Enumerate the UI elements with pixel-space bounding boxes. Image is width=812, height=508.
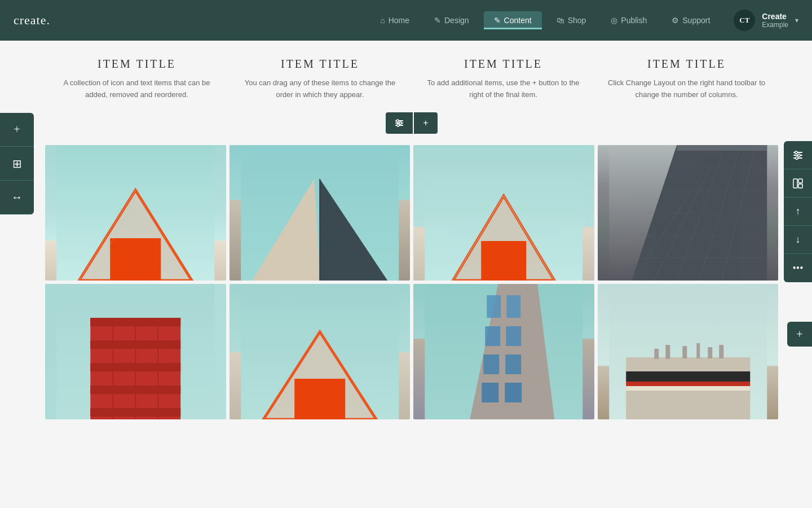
svg-rect-76 <box>793 179 797 188</box>
image-cell-6[interactable] <box>230 284 411 419</box>
left-sidebar: + ⊞ ↔ <box>0 113 34 214</box>
item-col-1: ITEM TITLE A collection of icon and text… <box>51 58 223 101</box>
svg-point-5 <box>397 124 399 126</box>
chevron-down-icon[interactable]: ▾ <box>795 16 798 25</box>
svg-point-3 <box>396 120 399 122</box>
svg-point-4 <box>399 122 401 124</box>
svg-rect-62 <box>626 382 750 386</box>
add-button[interactable]: + <box>414 112 437 134</box>
user-name: Create <box>762 12 788 21</box>
image-8 <box>598 284 779 419</box>
item-title-2: ITEM TITLE <box>240 58 400 71</box>
svg-point-73 <box>795 151 797 153</box>
svg-rect-66 <box>682 346 687 358</box>
image-grid-row-2 <box>45 284 778 419</box>
nav-shop-label: Shop <box>568 16 586 25</box>
image-1 <box>45 145 226 281</box>
right-more-button[interactable]: ••• <box>784 254 812 282</box>
item-desc-3: To add additional items, use the + butto… <box>423 77 584 101</box>
right-settings-button[interactable] <box>784 141 812 169</box>
nav-content-label: Content <box>504 16 532 25</box>
nav-home[interactable]: ⌂ Home <box>370 11 420 29</box>
image-cell-8[interactable] <box>598 284 779 419</box>
svg-rect-55 <box>483 354 499 374</box>
svg-rect-52 <box>506 295 520 318</box>
svg-rect-78 <box>798 184 802 188</box>
nav-content[interactable]: ✎ Content <box>484 11 542 29</box>
item-desc-1: A collection of icon and text items that… <box>56 77 217 101</box>
nav-home-label: Home <box>389 16 409 25</box>
image-3 <box>413 145 594 281</box>
item-title-4: ITEM TITLE <box>606 58 767 71</box>
svg-rect-61 <box>626 371 750 382</box>
right-up-button[interactable]: ↑ <box>784 198 812 226</box>
nav-support[interactable]: ⚙ Support <box>661 11 720 29</box>
svg-rect-53 <box>485 326 500 346</box>
svg-rect-64 <box>654 349 659 359</box>
svg-rect-63 <box>626 386 750 391</box>
user-info: Create Example <box>762 12 788 29</box>
add-row-button[interactable]: + <box>787 322 812 347</box>
settings-button[interactable] <box>386 112 413 134</box>
add-section-button[interactable]: + <box>0 113 34 147</box>
layout-icon <box>793 178 803 189</box>
right-toolbar: ↑ ↓ ••• <box>784 141 812 282</box>
grid-button[interactable]: ⊞ <box>0 147 34 181</box>
nav-design-label: Design <box>444 16 469 25</box>
home-icon: ⌂ <box>380 16 385 25</box>
item-col-3: ITEM TITLE To add additional items, use … <box>417 58 589 101</box>
image-cell-5[interactable] <box>45 284 226 419</box>
svg-rect-77 <box>798 179 802 183</box>
svg-rect-58 <box>505 383 522 402</box>
user-subtitle: Example <box>762 21 788 29</box>
image-cell-3[interactable] <box>413 145 594 281</box>
image-cell-7[interactable] <box>413 284 594 419</box>
content-icon: ✎ <box>494 16 501 25</box>
svg-rect-69 <box>719 345 723 358</box>
image-6 <box>230 284 411 419</box>
logo: create. <box>14 13 50 28</box>
svg-rect-19 <box>481 241 526 281</box>
image-grid-row-1 <box>45 145 778 281</box>
item-col-4: ITEM TITLE Click Change Layout on the ri… <box>601 58 773 101</box>
nav-shop[interactable]: 🛍 Shop <box>546 11 597 29</box>
user-avatar[interactable]: CT <box>734 10 755 31</box>
image-5 <box>45 284 226 419</box>
right-layout-button[interactable] <box>784 169 812 198</box>
shop-icon: 🛍 <box>557 16 564 25</box>
svg-rect-57 <box>482 383 498 402</box>
svg-rect-67 <box>696 343 700 358</box>
titles-row: ITEM TITLE A collection of icon and text… <box>45 58 778 101</box>
content-area: ITEM TITLE A collection of icon and text… <box>0 41 812 440</box>
nav-menu: ⌂ Home ✎ Design ✎ Content 🛍 Shop ◎ Publi… <box>370 11 720 29</box>
right-down-button[interactable]: ↓ <box>784 226 812 254</box>
active-indicator <box>484 28 542 29</box>
sliders-icon <box>395 119 404 128</box>
navbar: create. ⌂ Home ✎ Design ✎ Content 🛍 Shop… <box>0 0 812 41</box>
nav-support-label: Support <box>682 16 710 25</box>
image-7 <box>413 284 594 419</box>
publish-icon: ◎ <box>611 16 617 25</box>
nav-publish[interactable]: ◎ Publish <box>601 11 657 29</box>
svg-rect-9 <box>110 238 161 281</box>
image-cell-4[interactable] <box>598 145 779 281</box>
svg-rect-48 <box>294 379 345 419</box>
main-content: ITEM TITLE A collection of icon and text… <box>0 41 812 440</box>
item-desc-2: You can drag any of these items to chang… <box>240 77 400 101</box>
item-title-1: ITEM TITLE <box>56 58 217 71</box>
item-title-3: ITEM TITLE <box>423 58 584 71</box>
move-button[interactable]: ↔ <box>0 181 34 214</box>
svg-point-74 <box>798 154 800 156</box>
svg-rect-68 <box>708 347 712 358</box>
svg-rect-65 <box>665 345 670 359</box>
image-cell-2[interactable] <box>230 145 411 281</box>
sliders-icon-right <box>793 150 803 160</box>
nav-design[interactable]: ✎ Design <box>424 11 479 29</box>
item-desc-4: Click Change Layout on the right hand to… <box>606 77 767 101</box>
image-cell-1[interactable] <box>45 145 226 281</box>
design-icon: ✎ <box>434 16 441 25</box>
svg-rect-51 <box>487 295 501 318</box>
svg-point-75 <box>796 156 798 159</box>
svg-rect-56 <box>505 354 521 374</box>
nav-publish-label: Publish <box>621 16 647 25</box>
